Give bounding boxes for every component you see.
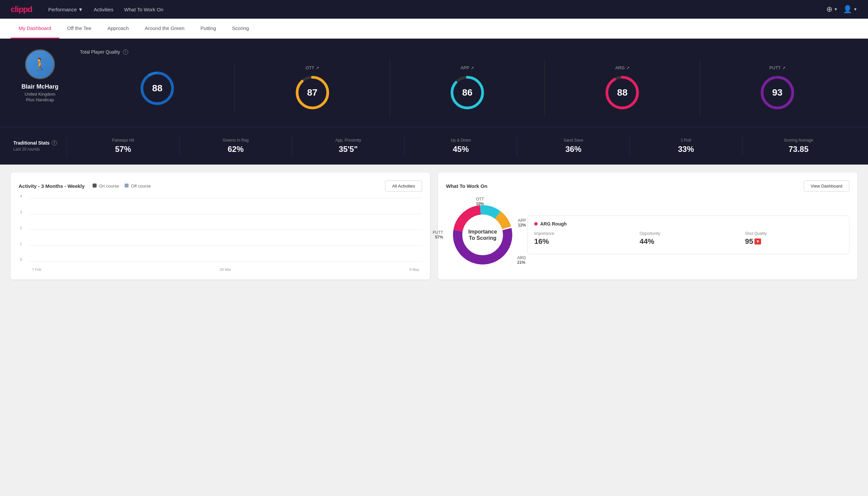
what-to-work-on-card: What To Work On View Dashboard (438, 173, 857, 279)
tab-my-dashboard[interactable]: My Dashboard (11, 19, 59, 38)
trad-stat-updown: Up & Down 45% (404, 135, 517, 157)
on-course-legend-dot (93, 184, 97, 188)
tab-around-the-green[interactable]: Around the Green (137, 19, 192, 38)
down-arrow-icon: ▼ (754, 238, 761, 245)
circle-putt: 93 (759, 74, 796, 111)
chart-legend: On course Off course (93, 184, 151, 188)
activity-card-title: Activity - 3 Months - Weekly (19, 183, 84, 189)
off-course-legend-dot (125, 184, 129, 188)
circle-total: 88 (139, 70, 175, 107)
score-card-app: APP ↗ 86 (390, 60, 545, 116)
score-label-putt: PUTT ↗ (769, 65, 785, 70)
arrow-icon: ↗ (626, 66, 630, 70)
score-value-putt: 93 (772, 87, 783, 98)
trad-stat-scoring: Scoring Average 73.85 (742, 135, 855, 157)
avatar-image: 🚶 (33, 57, 48, 71)
trad-stat-1putt: 1 Putt 33% (630, 135, 742, 157)
arg-rough-card: ARG Rough Importance 16% Opportunity 44% (527, 216, 849, 254)
score-cards: 88 OTT ↗ 87 (80, 60, 855, 116)
score-card-total: 88 (80, 65, 235, 112)
arrow-icon: ↗ (782, 66, 785, 70)
activity-card: Activity - 3 Months - Weekly On course O… (11, 173, 430, 279)
arg-shot-quality: Shot Quality 95 ▼ (745, 231, 842, 246)
chevron-down-icon: ▼ (834, 7, 838, 12)
donut-label-arg: ARG 21% (517, 255, 526, 265)
view-dashboard-button[interactable]: View Dashboard (804, 181, 849, 191)
app-logo[interactable]: clippd (11, 5, 32, 14)
nav-links: Performance ▼ Activities What To Work On (48, 7, 827, 12)
donut-label-putt: PUTT 57% (433, 230, 443, 239)
chevron-down-icon: ▼ (853, 7, 857, 12)
trad-stat-gir: Greens In Reg 62% (179, 135, 292, 157)
trad-stats-subtitle: Last 20 rounds (13, 147, 67, 152)
hero-section: 🚶 Blair McHarg United Kingdom Plus Handi… (0, 38, 868, 127)
trad-stats-label: Traditional Stats ? Last 20 rounds (13, 140, 67, 152)
nav-right: ⊕ ▼ 👤 ▼ (826, 5, 857, 14)
donut-chart: Importance To Scoring OTT 10% APP 12% (446, 198, 519, 272)
donut-center: Importance To Scoring (468, 229, 497, 241)
bar-chart: 01234 7 Feb 28 Mar 9 May (19, 198, 422, 272)
score-value-arg: 88 (617, 87, 628, 98)
arg-opportunity: Opportunity 44% (640, 231, 737, 246)
circle-app: 86 (449, 74, 486, 111)
user-menu[interactable]: 👤 ▼ (843, 5, 857, 14)
nav-what-to-work-on[interactable]: What To Work On (124, 7, 163, 12)
tab-approach[interactable]: Approach (99, 19, 137, 38)
traditional-stats: Traditional Stats ? Last 20 rounds Fairw… (0, 127, 868, 165)
score-label-arg: ARG ↗ (615, 65, 629, 70)
avatar: 🚶 (25, 49, 55, 79)
tab-scoring[interactable]: Scoring (224, 19, 257, 38)
trad-stat-proximity: App. Proximity 35'5" (292, 135, 404, 157)
score-card-ott: OTT ↗ 87 (235, 60, 390, 116)
player-country: United Kingdom (25, 92, 56, 97)
chart-x-labels: 7 Feb 28 Mar 9 May (29, 267, 422, 272)
info-icon[interactable]: ? (123, 49, 128, 55)
trad-info-icon[interactable]: ? (52, 140, 57, 145)
score-value-total: 88 (152, 83, 162, 94)
score-value-app: 86 (462, 87, 472, 98)
wtwo-card-header: What To Work On View Dashboard (446, 181, 849, 191)
nav-performance[interactable]: Performance ▼ (48, 7, 83, 12)
arg-importance: Importance 16% (534, 231, 632, 246)
all-activities-button[interactable]: All Activities (385, 181, 422, 191)
add-button[interactable]: ⊕ ▼ (826, 5, 838, 14)
score-section: Total Player Quality ? 88 (80, 49, 855, 116)
trad-stat-sandsave: Sand Save 36% (517, 135, 630, 157)
player-info: 🚶 Blair McHarg United Kingdom Plus Handi… (13, 49, 67, 102)
player-name: Blair McHarg (21, 83, 58, 90)
nav-activities[interactable]: Activities (94, 7, 113, 12)
tab-nav: My Dashboard Off the Tee Approach Around… (0, 19, 868, 38)
bottom-section: Activity - 3 Months - Weekly On course O… (0, 165, 868, 288)
score-value-ott: 87 (307, 87, 317, 98)
score-header: Total Player Quality ? (80, 49, 855, 55)
score-label-app: APP ↗ (461, 65, 474, 70)
tab-off-the-tee[interactable]: Off the Tee (59, 19, 99, 38)
player-handicap: Plus Handicap (26, 97, 54, 102)
score-card-putt: PUTT ↗ 93 (700, 60, 855, 116)
donut-label-app: APP 12% (518, 218, 526, 228)
activity-card-header: Activity - 3 Months - Weekly On course O… (19, 181, 422, 191)
score-label-ott: OTT ↗ (306, 65, 319, 70)
bars-container (29, 198, 422, 262)
wtwo-card-title: What To Work On (446, 183, 487, 189)
arrow-icon: ↗ (316, 66, 319, 70)
arg-dot-icon (534, 222, 538, 226)
circle-arg: 88 (604, 74, 641, 111)
donut-label-ott: OTT 10% (476, 197, 484, 206)
trad-stat-fairways: Fairways Hit 57% (67, 135, 179, 157)
circle-ott: 87 (294, 74, 331, 111)
top-nav: clippd Performance ▼ Activities What To … (0, 0, 868, 19)
tab-putting[interactable]: Putting (192, 19, 224, 38)
arrow-icon: ↗ (471, 66, 474, 70)
score-card-arg: ARG ↗ 88 (545, 60, 700, 116)
chevron-down-icon: ▼ (78, 7, 83, 12)
arg-card-title: ARG Rough (534, 221, 842, 227)
arg-stats: Importance 16% Opportunity 44% Shot Qual… (534, 231, 842, 246)
wtwo-content: Importance To Scoring OTT 10% APP 12% (446, 198, 849, 272)
